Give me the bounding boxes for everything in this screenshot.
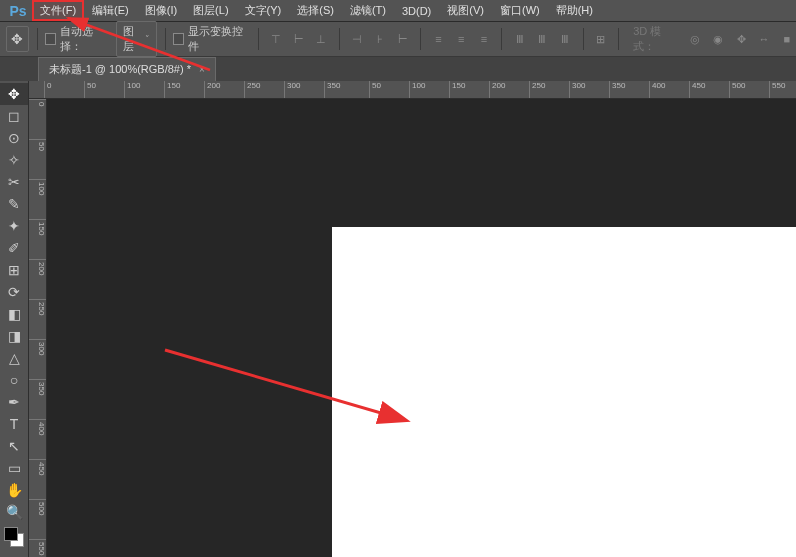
heal-tool-icon[interactable]: ✦ bbox=[0, 215, 28, 237]
distribute-6-icon[interactable]: Ⅲ bbox=[556, 28, 575, 50]
close-tab-icon[interactable]: × bbox=[199, 64, 205, 75]
checkbox-icon bbox=[45, 33, 55, 45]
menu-view[interactable]: 视图(V) bbox=[439, 0, 492, 21]
align-bottom-icon[interactable]: ⊥ bbox=[312, 28, 331, 50]
transform-controls-label: 显示变换控件 bbox=[188, 24, 244, 54]
auto-select-checkbox[interactable]: 自动选择： bbox=[45, 24, 106, 54]
menu-filter[interactable]: 滤镜(T) bbox=[342, 0, 394, 21]
document-tabs: 未标题-1 @ 100%(RGB/8#) * × bbox=[0, 57, 796, 81]
menu-select[interactable]: 选择(S) bbox=[289, 0, 342, 21]
zoom-3d-icon[interactable]: ■ bbox=[777, 28, 796, 50]
zoom-tool-icon[interactable]: 🔍 bbox=[0, 501, 28, 523]
separator bbox=[165, 28, 166, 50]
menu-layer[interactable]: 图层(L) bbox=[185, 0, 236, 21]
options-bar: ✥ 自动选择： 图层 显示变换控件 ⊤ ⊢ ⊥ ⊣ ⊦ ⊢ ≡ ≡ ≡ Ⅲ Ⅲ … bbox=[0, 22, 796, 57]
document-canvas[interactable] bbox=[332, 227, 796, 557]
eraser-tool-icon[interactable]: ◧ bbox=[0, 303, 28, 325]
marquee-tool-icon[interactable]: ◻ bbox=[0, 105, 28, 127]
ruler-vertical[interactable]: 050100150200250300350400450500550 bbox=[29, 99, 47, 557]
menu-3d[interactable]: 3D(D) bbox=[394, 2, 439, 20]
wand-tool-icon[interactable]: ✧ bbox=[0, 149, 28, 171]
show-transform-checkbox[interactable]: 显示变换控件 bbox=[173, 24, 243, 54]
move-tool-icon[interactable]: ✥ bbox=[0, 83, 28, 105]
canvas-area[interactable] bbox=[47, 99, 796, 557]
stamp-tool-icon[interactable]: ⊞ bbox=[0, 259, 28, 281]
tab-title: 未标题-1 @ 100%(RGB/8#) * bbox=[49, 62, 191, 77]
dodge-tool-icon[interactable]: ○ bbox=[0, 369, 28, 391]
orbit-3d-icon[interactable]: ◎ bbox=[686, 28, 705, 50]
align-hcenter-icon[interactable]: ⊦ bbox=[370, 28, 389, 50]
menu-help[interactable]: 帮助(H) bbox=[548, 0, 601, 21]
eyedropper-tool-icon[interactable]: ✎ bbox=[0, 193, 28, 215]
tools-panel: ✥ ◻ ⊙ ✧ ✂ ✎ ✦ ✐ ⊞ ⟳ ◧ ◨ △ ○ ✒ T ↖ ▭ ✋ 🔍 bbox=[0, 81, 29, 557]
separator bbox=[618, 28, 619, 50]
path-tool-icon[interactable]: ↖ bbox=[0, 435, 28, 457]
distribute-1-icon[interactable]: ≡ bbox=[429, 28, 448, 50]
lasso-tool-icon[interactable]: ⊙ bbox=[0, 127, 28, 149]
gradient-tool-icon[interactable]: ◨ bbox=[0, 325, 28, 347]
distribute-5-icon[interactable]: Ⅲ bbox=[533, 28, 552, 50]
distribute-spacing-icon[interactable]: ⊞ bbox=[592, 28, 611, 50]
hand-tool-icon[interactable]: ✋ bbox=[0, 479, 28, 501]
separator bbox=[37, 28, 38, 50]
distribute-2-icon[interactable]: ≡ bbox=[452, 28, 471, 50]
align-top-icon[interactable]: ⊤ bbox=[266, 28, 285, 50]
blur-tool-icon[interactable]: △ bbox=[0, 347, 28, 369]
foreground-color[interactable] bbox=[4, 527, 18, 541]
menu-window[interactable]: 窗口(W) bbox=[492, 0, 548, 21]
pen-tool-icon[interactable]: ✒ bbox=[0, 391, 28, 413]
slide-3d-icon[interactable]: ↔ bbox=[755, 28, 774, 50]
brush-tool-icon[interactable]: ✐ bbox=[0, 237, 28, 259]
pan-3d-icon[interactable]: ✥ bbox=[732, 28, 751, 50]
separator bbox=[501, 28, 502, 50]
menu-edit[interactable]: 编辑(E) bbox=[84, 0, 137, 21]
history-brush-tool-icon[interactable]: ⟳ bbox=[0, 281, 28, 303]
align-right-icon[interactable]: ⊢ bbox=[393, 28, 412, 50]
align-left-icon[interactable]: ⊣ bbox=[348, 28, 367, 50]
distribute-4-icon[interactable]: Ⅲ bbox=[510, 28, 529, 50]
separator bbox=[420, 28, 421, 50]
document-tab[interactable]: 未标题-1 @ 100%(RGB/8#) * × bbox=[38, 57, 216, 81]
menu-image[interactable]: 图像(I) bbox=[137, 0, 185, 21]
type-tool-icon[interactable]: T bbox=[0, 413, 28, 435]
separator bbox=[258, 28, 259, 50]
crop-tool-icon[interactable]: ✂ bbox=[0, 171, 28, 193]
auto-select-label: 自动选择： bbox=[60, 24, 106, 54]
ruler-horizontal[interactable]: 0501001502002503003505010015020025030035… bbox=[29, 81, 796, 99]
menu-file[interactable]: 文件(F) bbox=[32, 0, 84, 21]
separator bbox=[339, 28, 340, 50]
roll-3d-icon[interactable]: ◉ bbox=[709, 28, 728, 50]
align-vcenter-icon[interactable]: ⊢ bbox=[289, 28, 308, 50]
checkbox-icon bbox=[173, 33, 183, 45]
menu-type[interactable]: 文字(Y) bbox=[237, 0, 290, 21]
distribute-3-icon[interactable]: ≡ bbox=[475, 28, 494, 50]
menubar: Ps 文件(F) 编辑(E) 图像(I) 图层(L) 文字(Y) 选择(S) 滤… bbox=[0, 0, 796, 22]
color-swatch[interactable] bbox=[4, 527, 24, 547]
ps-logo-icon: Ps bbox=[4, 2, 32, 20]
move-tool-icon[interactable]: ✥ bbox=[6, 26, 29, 52]
shape-tool-icon[interactable]: ▭ bbox=[0, 457, 28, 479]
separator bbox=[583, 28, 584, 50]
mode-3d-label: 3D 模式： bbox=[627, 24, 682, 54]
layer-dropdown[interactable]: 图层 bbox=[116, 21, 157, 57]
